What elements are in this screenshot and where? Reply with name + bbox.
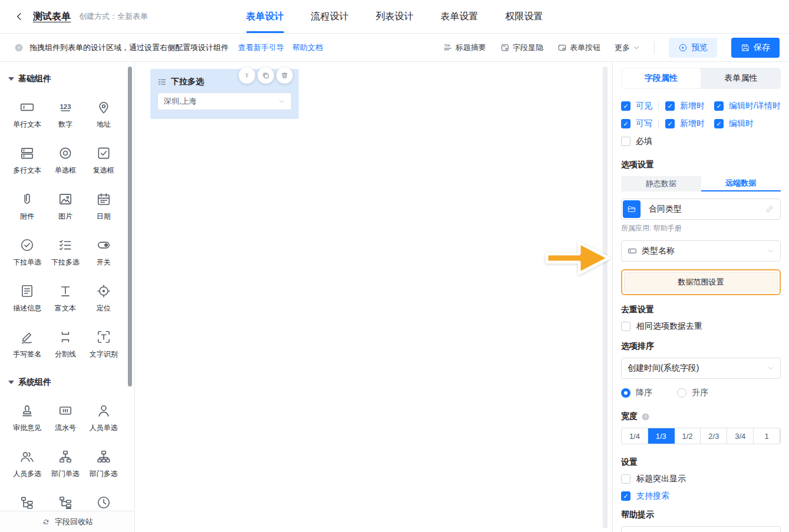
radio-control[interactable] <box>621 388 630 398</box>
panel-tab[interactable]: 表单属性 <box>701 68 781 89</box>
folder-button[interactable] <box>623 200 641 218</box>
toolbar-action[interactable]: Title 标题摘要 <box>443 42 486 53</box>
field-action-button[interactable]: T <box>239 67 255 84</box>
component-item[interactable]: 机构多选 <box>51 495 80 511</box>
visible-checkbox[interactable] <box>621 101 630 111</box>
component-item[interactable]: 123 数字 <box>58 100 73 130</box>
sort-radio-option[interactable]: 升序 <box>677 388 708 398</box>
width-title-text: 宽度 <box>621 411 638 422</box>
component-item[interactable]: 富文本 <box>55 283 76 313</box>
component-item[interactable]: 人员单选 <box>90 403 118 433</box>
component-item[interactable]: 描述信息 <box>13 283 41 313</box>
field-action-button[interactable] <box>276 67 293 84</box>
save-button[interactable]: 保存 <box>731 38 780 58</box>
field-action-button[interactable] <box>258 67 274 84</box>
more-menu-button[interactable]: 更多 <box>615 42 640 53</box>
toolbar-action[interactable]: 表单按钮 <box>557 42 600 53</box>
section-system-components[interactable]: 系统组件 <box>8 377 123 388</box>
number-icon: 123 <box>58 100 73 115</box>
width-option-label: 1/3 <box>656 432 666 441</box>
component-label: 图片 <box>58 212 72 222</box>
component-item[interactable]: 日期 <box>96 191 111 222</box>
component-item[interactable]: 文字识别 <box>90 329 118 359</box>
header-tab[interactable]: 表单设计 <box>246 0 284 33</box>
component-item[interactable]: 部门单选 <box>51 449 80 479</box>
component-item[interactable]: 下拉单选 <box>13 237 41 267</box>
writable-on-create-checkbox[interactable] <box>665 119 675 128</box>
radio-label: 降序 <box>636 388 652 398</box>
panel-tab[interactable]: 字段属性 <box>621 68 701 89</box>
width-option[interactable]: 1 <box>754 428 780 444</box>
toolbar-link[interactable]: 帮助文档 <box>292 42 323 53</box>
field-recycle-bin[interactable]: 字段回收站 <box>0 511 134 532</box>
setting-checkbox[interactable] <box>621 474 630 484</box>
section-title: 系统组件 <box>18 377 51 388</box>
component-item[interactable]: 附件 <box>19 191 35 222</box>
component-item[interactable]: 图片 <box>58 191 73 222</box>
recycle-icon <box>41 517 51 527</box>
serial-icon <box>58 403 73 418</box>
create-mode-label: 创建方式：全新表单 <box>79 11 148 22</box>
component-item[interactable]: 下拉多选 <box>51 237 80 267</box>
link-icon[interactable] <box>765 204 774 214</box>
width-option[interactable]: 1/2 <box>675 428 701 444</box>
component-item[interactable]: 单选框 <box>55 146 76 176</box>
required-checkbox[interactable] <box>621 137 630 146</box>
header-tab-label: 流程设计 <box>311 11 349 23</box>
component-item[interactable]: 流水号 <box>55 403 76 433</box>
panel-tab-label: 字段属性 <box>645 73 678 84</box>
component-item[interactable]: 分割线 <box>55 329 76 359</box>
dedup-checkbox[interactable] <box>621 322 630 331</box>
chevron-down-icon <box>767 247 774 255</box>
form-title[interactable]: 测试表单 <box>33 11 71 23</box>
field-value-select[interactable]: 深圳,上海 <box>157 92 292 110</box>
visible-on-edit-detail-checkbox[interactable] <box>714 101 724 111</box>
data-range-button[interactable]: 数据范围设置 <box>624 272 778 292</box>
data-source-option[interactable]: 静态数据 <box>621 176 701 191</box>
sort-radio-option[interactable]: 降序 <box>621 388 652 398</box>
header-tab[interactable]: 表单设置 <box>441 0 478 33</box>
width-option[interactable]: 2/3 <box>701 428 727 444</box>
component-item[interactable]: 部门多选 <box>90 449 118 479</box>
sidebar-scrollbar[interactable] <box>128 67 132 386</box>
preview-button[interactable]: 预览 <box>669 38 717 58</box>
component-item[interactable]: 复选框 <box>93 146 114 176</box>
help-tip-textarea[interactable]: 请输入 <box>621 526 781 532</box>
component-item[interactable]: 人员多选 <box>13 449 41 479</box>
width-option[interactable]: 3/4 <box>727 428 754 444</box>
component-item[interactable]: 单行文本 <box>13 100 41 130</box>
width-option[interactable]: 1/4 <box>622 428 648 444</box>
header-tab[interactable]: 列表设计 <box>376 0 414 33</box>
sort-field-select[interactable]: 创建时间(系统字段) <box>621 358 781 379</box>
header-tab[interactable]: 权限设置 <box>506 0 543 33</box>
component-item[interactable]: 修改时间 <box>90 495 118 511</box>
data-source-option[interactable]: 远端数据 <box>701 176 781 191</box>
component-item[interactable]: 定位 <box>96 283 111 313</box>
section-basic-components[interactable]: 基础组件 <box>8 74 123 84</box>
setting-checkbox[interactable] <box>621 491 630 501</box>
component-item[interactable]: 审批意见 <box>13 403 41 433</box>
component-item[interactable]: 地址 <box>96 100 111 130</box>
component-item[interactable]: 手写签名 <box>13 329 41 359</box>
toolbar-link[interactable]: 查看新手引导 <box>238 42 284 53</box>
width-options: 1/4 1/3 1/2 2/3 3/4 1 <box>621 428 781 444</box>
help-circle-icon[interactable]: ? <box>641 412 650 421</box>
header-tab[interactable]: 流程设计 <box>311 0 349 33</box>
width-option-label: 1 <box>764 432 768 441</box>
visible-on-create-checkbox[interactable] <box>665 101 675 111</box>
writable-checkbox[interactable] <box>621 119 630 128</box>
back-button[interactable] <box>14 11 25 22</box>
component-item[interactable]: 开关 <box>96 237 111 267</box>
field-name-select[interactable]: 类型名称 <box>621 240 781 262</box>
width-option[interactable]: 1/3 <box>648 428 675 444</box>
toolbar-action[interactable]: 字段显隐 <box>500 42 543 53</box>
writable-on-edit-checkbox[interactable] <box>714 119 724 128</box>
component-item[interactable]: 机构单选 <box>13 495 41 511</box>
radio-control[interactable] <box>677 388 686 398</box>
toolbar: ? 拖拽组件到表单的设计区域，通过设置右侧配置项设计组件 查看新手引导帮助文档 … <box>0 34 789 62</box>
design-canvas[interactable]: 下拉多选 深圳,上海 T <box>135 62 612 532</box>
canvas-scrollbar[interactable] <box>603 67 608 528</box>
header-tab-label: 表单设置 <box>441 11 478 23</box>
date-icon <box>96 191 111 207</box>
component-item[interactable]: 多行文本 <box>13 146 41 176</box>
